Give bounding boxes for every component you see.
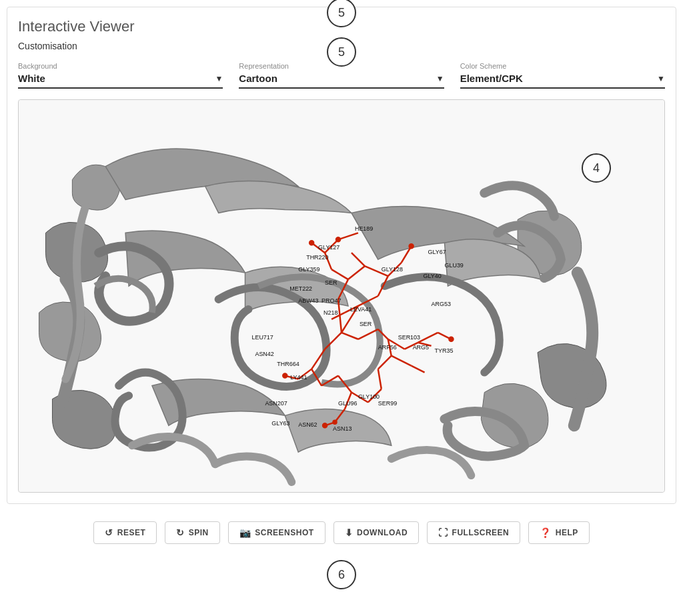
background-label: Background xyxy=(18,62,223,70)
download-label: DOWNLOAD xyxy=(357,528,408,537)
fullscreen-button[interactable]: ⛶ FULLSCREEN xyxy=(427,521,520,544)
colorscheme-select[interactable]: Element/CPK Chain Residue Secondary Stru… xyxy=(460,73,665,84)
svg-text:SER: SER xyxy=(325,279,337,286)
spin-icon: ↻ xyxy=(176,527,185,538)
fullscreen-icon: ⛶ xyxy=(438,527,448,538)
svg-point-45 xyxy=(410,244,414,248)
svg-text:SER: SER xyxy=(360,321,372,327)
svg-text:GLY63: GLY63 xyxy=(271,420,289,427)
svg-text:ASN62: ASN62 xyxy=(298,421,317,428)
svg-point-46 xyxy=(449,337,453,341)
colorscheme-select-wrapper: Element/CPK Chain Residue Secondary Stru… xyxy=(460,73,665,89)
reset-button[interactable]: ↺ RESET xyxy=(93,521,157,544)
help-button[interactable]: ❓ HELP xyxy=(528,521,590,544)
annotation-6-circle: 6 xyxy=(327,560,356,589)
reset-icon: ↺ xyxy=(105,527,113,538)
svg-text:N218: N218 xyxy=(323,309,337,316)
action-bar-section: ↺ RESET ↻ SPIN 📷 SCREENSHOT ⬇ DOWNLOAD ⛶… xyxy=(0,511,683,575)
background-select[interactable]: White Black Gray xyxy=(18,73,223,84)
annotation-5-fixed: 5 xyxy=(327,37,356,67)
svg-point-44 xyxy=(309,241,313,245)
svg-text:LEU717: LEU717 xyxy=(251,334,273,341)
svg-point-43 xyxy=(336,237,340,241)
colorscheme-control: Color Scheme Element/CPK Chain Residue S… xyxy=(460,62,665,89)
viewer-section: 4 xyxy=(18,99,665,493)
svg-text:GLU96: GLU96 xyxy=(338,400,357,407)
svg-point-48 xyxy=(283,374,287,378)
screenshot-label: SCREENSHOT xyxy=(255,528,313,537)
svg-text:GLY40: GLY40 xyxy=(424,273,442,279)
svg-text:ARG53: ARG53 xyxy=(432,301,451,307)
svg-text:MET222: MET222 xyxy=(289,285,312,292)
screenshot-button[interactable]: 📷 SCREENSHOT xyxy=(228,521,325,544)
background-select-wrapper: White Black Gray ▼ xyxy=(18,73,223,89)
svg-text:ARG5: ARG5 xyxy=(413,344,429,351)
screenshot-icon: 📷 xyxy=(239,527,251,538)
svg-text:GLY128: GLY128 xyxy=(382,266,403,273)
background-control: Background White Black Gray ▼ xyxy=(18,62,223,89)
fullscreen-label: FULLSCREEN xyxy=(452,528,510,537)
annotation-4-circle: 4 xyxy=(582,153,611,183)
spin-button[interactable]: ↻ SPIN xyxy=(165,521,220,544)
download-icon: ⬇ xyxy=(345,527,354,538)
svg-text:GLY127: GLY127 xyxy=(318,244,339,251)
svg-text:ABW43: ABW43 xyxy=(298,297,318,304)
representation-select-wrapper: Cartoon Surface Stick Sphere Line ▼ xyxy=(239,73,444,89)
reset-label: RESET xyxy=(117,528,146,537)
help-label: HELP xyxy=(556,528,578,537)
help-icon: ❓ xyxy=(540,527,552,538)
svg-text:TYR35: TYR35 xyxy=(435,347,454,354)
svg-text:ASN13: ASN13 xyxy=(333,425,352,432)
viewer-area[interactable]: 4 xyxy=(18,99,665,493)
svg-text:PRO47: PRO47 xyxy=(321,297,341,304)
action-bar: ↺ RESET ↻ SPIN 📷 SCREENSHOT ⬇ DOWNLOAD ⛶… xyxy=(0,511,683,555)
svg-text:GLY100: GLY100 xyxy=(358,393,380,400)
svg-point-49 xyxy=(333,421,337,424)
svg-text:ASN42: ASN42 xyxy=(255,351,273,357)
svg-text:ASN207: ASN207 xyxy=(265,400,287,407)
spin-label: SPIN xyxy=(189,528,209,537)
svg-text:SER103: SER103 xyxy=(398,334,420,341)
download-button[interactable]: ⬇ DOWNLOAD xyxy=(333,521,420,544)
svg-text:THR220: THR220 xyxy=(306,254,328,261)
svg-text:LY441: LY441 xyxy=(290,374,307,381)
svg-text:SER99: SER99 xyxy=(378,400,397,407)
representation-select[interactable]: Cartoon Surface Stick Sphere Line xyxy=(239,73,444,84)
svg-text:HE189: HE189 xyxy=(355,225,373,232)
svg-point-47 xyxy=(323,423,327,427)
protein-viewer-svg: HE189 GLY127 THR220 GLY359 GLY128 GLY40 … xyxy=(19,100,664,492)
svg-text:THR664: THR664 xyxy=(277,361,299,367)
main-panel: 5 Interactive Viewer Customisation Backg… xyxy=(7,7,676,504)
svg-text:GLY67: GLY67 xyxy=(428,249,446,255)
svg-text:GLU39: GLU39 xyxy=(444,262,463,269)
svg-text:LEVA41: LEVA41 xyxy=(350,306,372,313)
svg-text:GLY359: GLY359 xyxy=(298,266,319,273)
svg-text:ARF56: ARF56 xyxy=(378,344,397,351)
colorscheme-label: Color Scheme xyxy=(460,62,665,70)
